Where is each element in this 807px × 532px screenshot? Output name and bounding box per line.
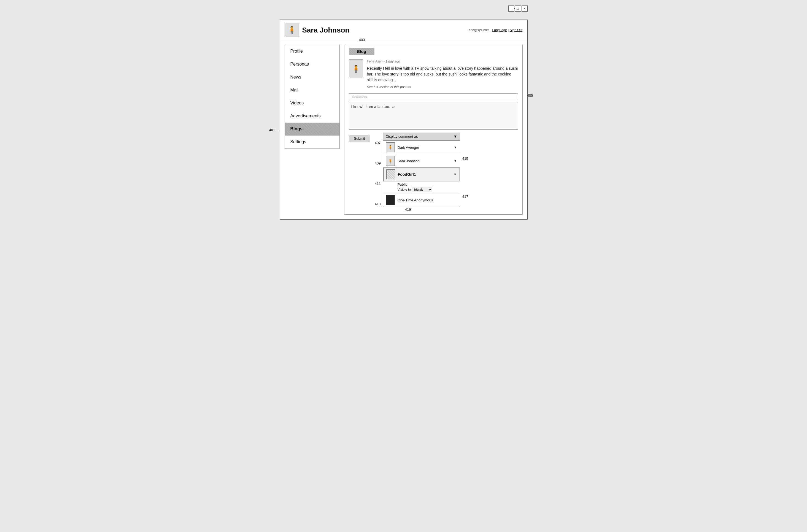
dark-avenger-arrow-icon: ▼ bbox=[454, 146, 457, 149]
sara-johnson-avatar: 🧍 bbox=[386, 156, 395, 166]
sidebar-item-personas[interactable]: Personas bbox=[285, 58, 340, 71]
close-button[interactable]: × bbox=[522, 5, 527, 12]
submit-button[interactable]: Submit bbox=[349, 135, 370, 142]
post-content: Irene Alien - 1 day ago Recently I fell … bbox=[367, 59, 518, 89]
submit-section: Submit bbox=[349, 133, 370, 142]
sidebar-item-news[interactable]: News bbox=[285, 71, 340, 84]
dropdown-panel-wrapper: Display comment as ▼ 🧍 Dark Avenger ▼ bbox=[383, 133, 460, 212]
sidebar-item-mail[interactable]: Mail bbox=[285, 84, 340, 97]
header-right: abc@xyz.com | Language | Sign Out bbox=[469, 28, 522, 32]
app-body: 401 — Profile Personas News Mail bbox=[280, 40, 527, 219]
avatar: 🧍 bbox=[285, 23, 299, 37]
see-full-link[interactable]: See full version of this post >> bbox=[367, 85, 518, 89]
annotation-401: 401 bbox=[269, 128, 275, 132]
user-email: abc@xyz.com bbox=[469, 28, 489, 32]
window-chrome: - □ × bbox=[508, 5, 527, 12]
annotation-403: 403 bbox=[359, 38, 365, 42]
sidebar-item-videos[interactable]: Videos bbox=[285, 97, 340, 110]
blog-post: 🧍 Irene Alien - 1 day ago Recently I fel… bbox=[349, 59, 518, 89]
persona-annotations: 407 409 411 413 bbox=[375, 133, 381, 212]
anonymous-name: One-Time Anonymous bbox=[398, 198, 457, 202]
sidebar-item-settings[interactable]: Settings bbox=[285, 136, 340, 149]
sidebar-wrapper: 401 — Profile Personas News Mail bbox=[280, 40, 344, 219]
right-annotations: 415 417 bbox=[462, 133, 468, 212]
page-title: Sara Johnson bbox=[302, 26, 350, 35]
visibility-select[interactable]: friends everyone only me bbox=[412, 187, 432, 192]
dropdown-with-annotations: 407 409 411 413 Display comment as ▼ bbox=[375, 133, 468, 212]
persona-row-dark-avenger[interactable]: 🧍 Dark Avenger ▼ bbox=[383, 140, 460, 154]
visibility-select-wrapper: Visible to friends everyone only me bbox=[398, 187, 432, 192]
app-window: - □ × 400 ↖ 🧍 Sara Johnson abc@xyz.com |… bbox=[280, 5, 527, 220]
arrow-401-icon: — bbox=[275, 128, 278, 132]
foodgirl1-avatar bbox=[386, 169, 395, 179]
post-author: Irene Alien bbox=[367, 59, 383, 63]
persona-row-anonymous[interactable]: One-Time Anonymous bbox=[383, 193, 460, 207]
annotation-407: 407 bbox=[375, 141, 381, 145]
sara-johnson-name: Sara Johnson bbox=[398, 159, 451, 163]
visibility-row: Public Visible to friends everyone only … bbox=[383, 181, 460, 193]
display-comment-dropdown[interactable]: Display comment as ▼ bbox=[383, 133, 460, 140]
post-author-avatar: 🧍 bbox=[349, 59, 363, 78]
persona-list: 🧍 Dark Avenger ▼ 🧍 Sara Johnson ▼ bbox=[383, 140, 460, 207]
persona-row-foodgirl1[interactable]: FoodGirl1 ▼ bbox=[383, 168, 460, 181]
sidebar-item-advertisements[interactable]: Advertisements bbox=[285, 110, 340, 122]
post-timestamp: - 1 day ago bbox=[384, 59, 400, 63]
maximize-button[interactable]: □ bbox=[515, 5, 521, 12]
dropdown-arrow-icon: ▼ bbox=[454, 134, 457, 138]
sara-johnson-arrow-icon: ▼ bbox=[454, 159, 457, 163]
foodgirl1-arrow-icon: ▼ bbox=[454, 172, 457, 176]
post-meta: Irene Alien - 1 day ago bbox=[367, 59, 518, 63]
dropdown-label: Display comment as bbox=[386, 134, 418, 138]
display-comment-area: Submit 407 409 411 413 bbox=[349, 133, 518, 212]
comment-section: 405 I know! I am a fan too. ☺ bbox=[349, 93, 518, 130]
annotation-409: 409 bbox=[375, 161, 381, 165]
dark-avenger-avatar: 🧍 bbox=[386, 142, 395, 152]
annotation-411: 411 bbox=[375, 182, 381, 186]
foodgirl1-name: FoodGirl1 bbox=[398, 172, 451, 177]
annotation-415: 415 bbox=[462, 156, 468, 160]
header-left: 🧍 Sara Johnson bbox=[285, 23, 350, 37]
annotation-417: 417 bbox=[462, 194, 468, 198]
visible-to-label: Visible to bbox=[398, 188, 411, 191]
sidebar-item-profile[interactable]: Profile bbox=[285, 45, 340, 58]
signout-link[interactable]: Sign Out bbox=[510, 28, 523, 32]
dark-avenger-name: Dark Avenger bbox=[398, 146, 451, 150]
sidebar: Profile Personas News Mail Videos bbox=[285, 45, 340, 149]
app-frame: 🧍 Sara Johnson abc@xyz.com | Language | … bbox=[280, 20, 527, 220]
minimize-button[interactable]: - bbox=[508, 5, 514, 12]
tab-wrapper: Blog 403 bbox=[349, 48, 374, 59]
comment-label bbox=[349, 93, 518, 100]
app-header: 🧍 Sara Johnson abc@xyz.com | Language | … bbox=[280, 20, 527, 40]
language-link[interactable]: Language bbox=[492, 28, 507, 32]
visibility-label: Public bbox=[398, 183, 457, 187]
sidebar-item-blogs[interactable]: Blogs bbox=[285, 122, 340, 136]
main-content: Blog 403 🧍 Irene Alien - 1 day ago Rece bbox=[344, 45, 523, 215]
annotation-405: 405 bbox=[527, 93, 533, 97]
annotation-419: 419 bbox=[383, 207, 460, 212]
annotation-413: 413 bbox=[375, 202, 381, 206]
anonymous-avatar bbox=[386, 195, 395, 205]
post-body: Recently I fell in love with a TV show t… bbox=[367, 65, 518, 83]
top-bar: - □ × 400 ↖ bbox=[280, 5, 527, 11]
comment-input[interactable]: I know! I am a fan too. ☺ bbox=[349, 102, 518, 130]
tab-blogs[interactable]: Blog bbox=[349, 48, 374, 55]
persona-row-sara-johnson[interactable]: 🧍 Sara Johnson ▼ bbox=[383, 154, 460, 168]
